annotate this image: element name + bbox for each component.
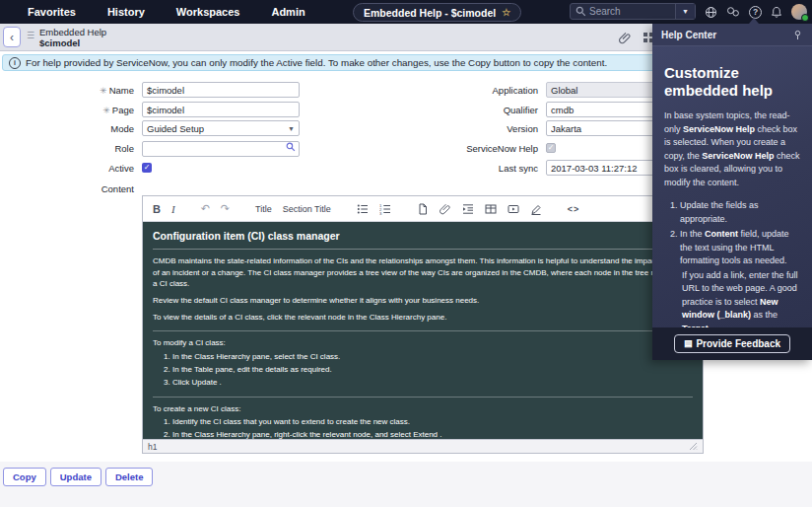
chevron-down-icon: ▼ <box>288 125 295 132</box>
required-asterisk: ✳ <box>102 106 110 115</box>
section-title-style-button[interactable]: Section Title <box>283 204 331 214</box>
qualifier-label: Qualifier <box>404 105 546 115</box>
favorite-star-icon[interactable]: ☆ <box>502 8 510 18</box>
required-asterisk: ✳ <box>100 86 107 96</box>
nav-item-workspaces[interactable]: Workspaces <box>176 6 240 18</box>
svg-text:3: 3 <box>379 211 382 215</box>
content-heading: Configuration item (CI) class manager <box>153 229 693 250</box>
help-panel-body: Customize embedded help In base system t… <box>652 46 812 327</box>
help-step: In the Content field, update the text us… <box>680 228 800 327</box>
servicenow-help-label: ServiceNow Help <box>404 143 546 154</box>
global-search: ▼ <box>570 3 696 20</box>
table-icon[interactable] <box>485 203 497 215</box>
new-document-icon[interactable] <box>417 203 429 215</box>
back-button[interactable]: ‹ <box>3 27 21 47</box>
help-panel-caret <box>749 18 759 24</box>
content-label: Content <box>0 183 142 194</box>
role-label: Role <box>0 143 142 154</box>
content-step: In the Class Hierarchy pane, right-click… <box>172 429 693 439</box>
delete-button[interactable]: Delete <box>105 468 154 486</box>
application-label: Application <box>404 85 546 96</box>
editor-status-bar: h1 <box>143 439 703 453</box>
content-step: In the Table pane, edit the details as r… <box>172 364 693 376</box>
info-banner: i For help provided by ServiceNow, you c… <box>2 54 704 71</box>
record-name-title: $cimodel <box>39 37 106 49</box>
active-record-pill[interactable]: Embedded Help - $cimodel ☆ <box>353 3 521 22</box>
embed-video-icon[interactable] <box>508 203 519 215</box>
connect-chat-icon[interactable] <box>726 6 740 18</box>
name-label: ✳Name <box>0 85 142 96</box>
top-nav: Favorites History Workspaces Admin Embed… <box>0 0 812 24</box>
role-field[interactable] <box>142 141 300 157</box>
numbered-list-icon[interactable]: 123 <box>379 203 391 215</box>
help-steps: Update the fields as appropriate. In the… <box>664 199 800 327</box>
nav-item-admin[interactable]: Admin <box>271 6 304 18</box>
source-code-button[interactable]: <> <box>568 204 580 214</box>
search-input[interactable] <box>586 6 675 17</box>
nav-item-history[interactable]: History <box>107 6 145 18</box>
record-title: Embedded Help $cimodel <box>39 27 106 50</box>
element-path: h1 <box>148 442 157 452</box>
pin-icon[interactable] <box>792 30 803 40</box>
update-button[interactable]: Update <box>50 468 102 486</box>
mode-label: Mode <box>0 123 142 134</box>
page-label: ✳Page <box>0 105 142 115</box>
feedback-icon: ▤ <box>684 339 693 348</box>
resize-grip-icon[interactable] <box>689 442 698 451</box>
editor-toolbar: B I ↶ ↷ Title Section Title 123 <box>143 196 703 222</box>
editor-content-area[interactable]: Configuration item (CI) class manager CM… <box>143 222 703 439</box>
help-icon[interactable]: ? <box>749 6 762 19</box>
active-checkbox[interactable]: ✓ <box>142 163 152 173</box>
provide-feedback-button[interactable]: ▤ Provide Feedback <box>674 334 790 353</box>
notifications-bell-icon[interactable] <box>771 6 782 19</box>
help-center-panel: Help Center Customize embedded help In b… <box>652 24 812 360</box>
form-footer: Copy Update Delete <box>0 462 812 507</box>
servicenow-help-checkbox: ✓ <box>546 143 556 153</box>
form-header-icons <box>619 32 654 44</box>
title-style-button[interactable]: Title <box>255 204 272 214</box>
italic-button[interactable]: I <box>171 203 175 215</box>
content-section: To create a new CI class: Identify the C… <box>153 397 693 439</box>
help-step: Update the fields as appropriate. <box>680 199 800 226</box>
help-panel-footer: ▤ Provide Feedback <box>652 327 812 360</box>
user-avatar[interactable] <box>791 4 807 20</box>
chevron-down-icon: ▼ <box>682 8 689 15</box>
help-topic-title: Customize embedded help <box>664 64 800 100</box>
content-section-title: To modify a CI class: <box>153 337 693 349</box>
content-step: Identify the CI class that you want to e… <box>172 416 693 428</box>
highlighter-pen-icon[interactable] <box>530 203 542 215</box>
content-paragraph: To view the details of a CI class, click… <box>153 312 693 324</box>
mode-select[interactable]: Guided Setup ▼ <box>142 120 300 136</box>
help-step-continuation: If you add a link, enter the full URL to… <box>682 269 800 328</box>
help-intro: In base system topics, the read-only Ser… <box>664 109 800 189</box>
content-section: To modify a CI class: In the Class Hiera… <box>153 330 693 388</box>
attachment-paperclip-icon[interactable] <box>619 32 632 44</box>
search-icon <box>575 6 586 17</box>
mode-select-value: Guided Setup <box>147 123 204 134</box>
name-field[interactable] <box>142 82 300 98</box>
last-sync-label: Last sync <box>404 163 546 174</box>
copy-button[interactable]: Copy <box>3 468 46 486</box>
nav-menu: Favorites History Workspaces Admin <box>0 6 305 18</box>
search-scope-dropdown[interactable]: ▼ <box>675 4 695 19</box>
nav-item-favorites[interactable]: Favorites <box>28 6 76 18</box>
record-type-title: Embedded Help <box>39 27 106 38</box>
globe-icon[interactable] <box>705 6 717 19</box>
version-label: Version <box>404 123 546 134</box>
content-step: In the Class Hierarchy pane, select the … <box>172 351 693 363</box>
content-paragraph: CMDB maintains the state-related informa… <box>153 255 693 290</box>
content-section-title: To create a new CI class: <box>153 403 693 415</box>
form-context-menu-icon[interactable]: ☰ <box>27 32 34 40</box>
undo-button[interactable]: ↶ <box>201 203 210 214</box>
info-banner-text: For help provided by ServiceNow, you can… <box>26 57 607 68</box>
info-icon: i <box>9 57 21 69</box>
indent-icon[interactable] <box>462 203 474 215</box>
active-label: Active <box>0 163 142 174</box>
bold-button[interactable]: B <box>153 203 161 215</box>
help-panel-header: Help Center <box>652 24 812 46</box>
bullet-list-icon[interactable] <box>357 203 369 215</box>
redo-button[interactable]: ↷ <box>221 203 230 214</box>
link-paperclip-icon[interactable] <box>440 203 451 215</box>
content-editor: B I ↶ ↷ Title Section Title 123 <box>142 195 704 454</box>
page-field[interactable] <box>142 102 300 117</box>
